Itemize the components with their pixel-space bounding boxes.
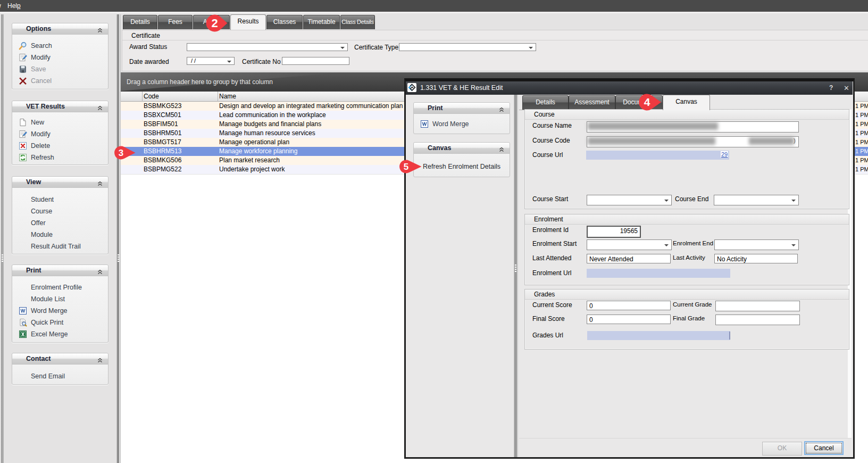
svg-text:5: 5 [404, 162, 408, 172]
svg-text:4: 4 [644, 96, 650, 108]
svg-text:3: 3 [119, 148, 123, 158]
svg-text:2: 2 [211, 16, 218, 30]
